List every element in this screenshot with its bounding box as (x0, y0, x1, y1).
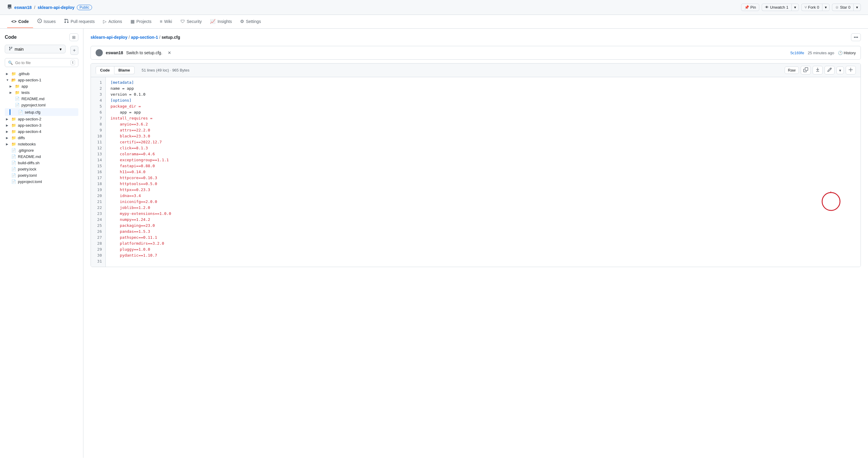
code-tab-icon: <> (11, 19, 17, 24)
folder-icon: 📁 (11, 136, 16, 140)
search-box[interactable]: 🔍 t (5, 58, 78, 67)
unwatch-dropdown[interactable]: ▾ (792, 4, 799, 11)
breadcrumb-folder-link[interactable]: app-section-1 (131, 35, 158, 40)
tree-item-notebooks[interactable]: ▶ 📁 notebooks (5, 141, 78, 147)
code-lines: [metadata]name = appversion = 0.1.0[opti… (106, 77, 861, 267)
copy-button[interactable] (801, 66, 811, 75)
tab-settings[interactable]: ⚙ Settings (236, 15, 265, 28)
repo-name-link[interactable]: sklearn-api-deploy (37, 5, 74, 10)
line-number: 1 (91, 80, 105, 86)
tree-item-app-section-3[interactable]: ▶ 📁 app-section-3 (5, 122, 78, 128)
commit-sha[interactable]: 5c169fe (790, 51, 804, 55)
repo-icon (7, 4, 12, 10)
fork-dropdown[interactable]: ▾ (822, 4, 830, 11)
tab-projects[interactable]: ▦ Projects (126, 15, 156, 28)
code-viewer: Code Blame 51 lines (49 loc) · 965 Bytes… (91, 63, 861, 267)
branch-selector[interactable]: main ▾ (5, 45, 65, 53)
tab-settings-label: Settings (246, 19, 261, 24)
tab-wiki[interactable]: ≡ Wiki (155, 15, 176, 28)
tree-item-build-diffs[interactable]: 📄 build-diffs.sh (5, 160, 78, 166)
edit-dropdown[interactable]: ▾ (836, 66, 844, 74)
panel-button[interactable] (846, 66, 856, 75)
fork-label: Fork (808, 5, 816, 9)
nav-tabs: <> Code Issues Pull requests ▷ Actions ▦… (0, 15, 868, 29)
tree-item-app[interactable]: ▶ 📁 app (5, 83, 78, 89)
search-shortcut: t (71, 60, 75, 65)
tree-item-setup-cfg[interactable]: 📄 setup.cfg (5, 108, 78, 116)
tab-code-view[interactable]: Code (96, 66, 114, 74)
tree-item-label: app-section-2 (18, 117, 77, 121)
repo-owner-link[interactable]: eswan18 (14, 5, 32, 10)
tree-item-pyproject-root[interactable]: 📄 pyproject.toml (5, 178, 78, 185)
tree-item-gitignore[interactable]: 📄 .gitignore (5, 147, 78, 153)
tab-insights[interactable]: 📈 Insights (206, 15, 236, 28)
tree-item-poetry-toml[interactable]: 📄 poetry.toml (5, 172, 78, 178)
tree-item-label: tests (22, 90, 77, 95)
tab-pr-label: Pull requests (71, 19, 95, 24)
line-number: 16 (91, 169, 105, 175)
tree-item-app-section-4[interactable]: ▶ 📁 app-section-4 (5, 128, 78, 135)
code-line: package_dir = (111, 104, 856, 109)
history-button[interactable]: 🕐 History (838, 51, 856, 55)
line-number: 17 (91, 175, 105, 181)
code-content: 1234567891011121314151617181920212223242… (91, 77, 861, 267)
star-dropdown[interactable]: ▾ (854, 4, 861, 11)
file-icon: 📄 (15, 96, 20, 101)
tree-item-label: diffs (18, 136, 77, 140)
commit-right: 5c169fe 25 minutes ago 🕐 History (790, 51, 856, 55)
tab-issues[interactable]: Issues (33, 15, 60, 28)
commit-message: Switch to setup.cfg. (126, 50, 162, 55)
tab-pull-requests[interactable]: Pull requests (60, 15, 99, 28)
tree-item-tests[interactable]: ▶ 📁 tests (5, 89, 78, 96)
tree-item-app-section-1[interactable]: ▼ 📂 app-section-1 (5, 77, 78, 83)
unwatch-button[interactable]: 👁 Unwatch 1 (762, 4, 792, 11)
tree-item-label: pyproject.toml (18, 179, 77, 184)
tab-code-label: Code (19, 19, 29, 24)
expand-icon: ▶ (6, 117, 9, 121)
download-button[interactable] (813, 66, 823, 75)
code-line: name = app (111, 86, 856, 91)
expand-icon: ▶ (6, 142, 9, 146)
raw-button[interactable]: Raw (784, 66, 799, 74)
line-number: 5 (91, 104, 105, 109)
tab-code[interactable]: <> Code (7, 15, 33, 28)
tree-item-label: README.md (22, 96, 77, 101)
history-label: History (844, 51, 856, 55)
code-line: idna==3.4 (111, 193, 856, 199)
edit-button[interactable] (825, 66, 835, 75)
pin-button[interactable]: 📌 Pin (741, 4, 759, 11)
star-icon: ☆ (835, 5, 839, 9)
tree-item-poetry-lock[interactable]: 📄 poetry.lock (5, 166, 78, 172)
folder-open-icon: 📂 (11, 78, 16, 82)
tree-item-app-section-2[interactable]: ▶ 📁 app-section-2 (5, 116, 78, 122)
expand-icon: ▶ (9, 91, 13, 94)
commit-banner: eswan18 Switch to setup.cfg. ✕ 5c169fe 2… (91, 46, 861, 60)
tab-actions[interactable]: ▷ Actions (99, 15, 126, 28)
commit-close-button[interactable]: ✕ (168, 50, 171, 55)
code-line: certifi==2022.12.7 (111, 139, 856, 145)
code-toolbar-left: Code Blame 51 lines (49 loc) · 965 Bytes (96, 66, 189, 74)
branch-row: main ▾ + (5, 45, 78, 56)
tab-blame-view[interactable]: Blame (114, 66, 135, 74)
line-number: 8 (91, 121, 105, 127)
line-number: 3 (91, 91, 105, 97)
line-number: 9 (91, 127, 105, 133)
breadcrumb-repo-link[interactable]: sklearn-api-deploy (91, 35, 127, 40)
tree-item-pyproject-1[interactable]: 📄 pyproject.toml (5, 102, 78, 108)
tree-item-label: setup.cfg (25, 110, 77, 114)
tab-security[interactable]: 🛡 Security (176, 15, 206, 28)
tree-item-readme-1[interactable]: 📄 README.md (5, 96, 78, 102)
fork-button[interactable]: ⑂ Fork 0 (801, 4, 822, 11)
tree-item-readme-root[interactable]: 📄 README.md (5, 153, 78, 160)
fork-button-group: ⑂ Fork 0 ▾ (801, 4, 830, 11)
star-button[interactable]: ☆ Star 0 (832, 4, 854, 11)
pin-icon: 📌 (744, 5, 749, 9)
more-options-button[interactable]: ••• (851, 33, 861, 41)
line-number: 14 (91, 157, 105, 163)
sidebar-toggle-button[interactable]: ⊞ (69, 33, 78, 41)
add-file-button[interactable]: + (70, 46, 78, 55)
tree-item-github[interactable]: ▶ 📁 .github (5, 70, 78, 77)
search-input[interactable] (15, 60, 68, 65)
issues-tab-icon (37, 19, 42, 24)
tree-item-diffs[interactable]: ▶ 📁 diffs (5, 135, 78, 141)
